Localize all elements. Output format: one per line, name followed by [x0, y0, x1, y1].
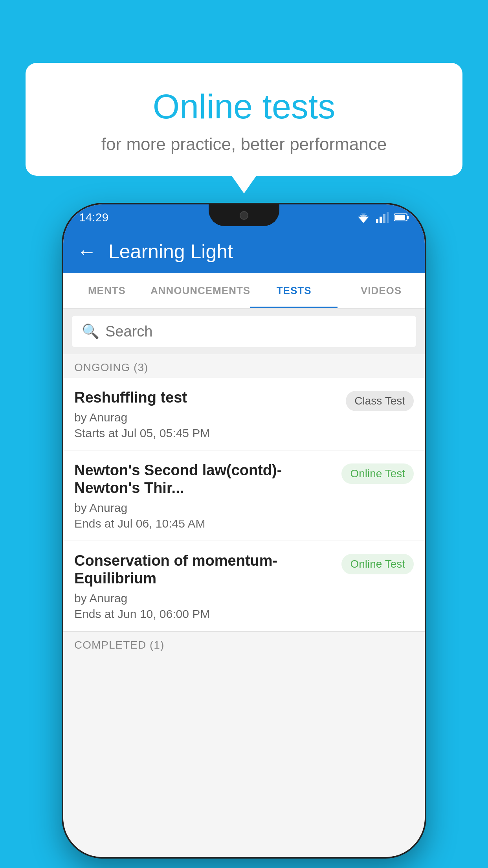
completed-section-header: COMPLETED (1) — [63, 631, 425, 655]
test-author-3: by Anurag — [74, 592, 334, 605]
battery-icon — [394, 213, 409, 222]
tab-bar: MENTS ANNOUNCEMENTS TESTS VIDEOS — [63, 273, 425, 309]
test-date-3: Ends at Jun 10, 06:00 PM — [74, 607, 334, 621]
phone-notch — [209, 204, 279, 226]
tab-assignments[interactable]: MENTS — [63, 273, 150, 308]
svg-rect-8 — [407, 216, 409, 219]
tab-tests[interactable]: TESTS — [250, 273, 338, 308]
test-item-3[interactable]: Conservation of momentum-Equilibrium by … — [63, 541, 425, 631]
test-badge-3: Online Test — [341, 554, 414, 574]
svg-rect-6 — [387, 212, 389, 223]
signal-icon — [376, 212, 389, 223]
phone-inner: 14:29 — [63, 204, 425, 857]
test-info-2: Newton's Second law(contd)-Newton's Thir… — [74, 462, 334, 530]
test-date-1: Starts at Jul 05, 05:45 PM — [74, 427, 338, 440]
back-button[interactable]: ← — [77, 240, 97, 263]
test-info-3: Conservation of momentum-Equilibrium by … — [74, 552, 334, 621]
search-bar[interactable]: 🔍 — [72, 316, 416, 347]
test-item-1[interactable]: Reshuffling test by Anurag Starts at Jul… — [63, 378, 425, 451]
test-list: Reshuffling test by Anurag Starts at Jul… — [63, 378, 425, 631]
search-input[interactable] — [105, 323, 406, 340]
wifi-icon — [356, 212, 371, 223]
app-bar-title: Learning Light — [108, 240, 233, 263]
phone-frame: 14:29 — [63, 204, 425, 857]
test-badge-1: Class Test — [346, 391, 414, 411]
status-icons — [356, 212, 409, 223]
test-name-2: Newton's Second law(contd)-Newton's Thir… — [74, 462, 334, 497]
test-author-1: by Anurag — [74, 411, 338, 424]
speech-bubble-title: Online tests — [45, 86, 443, 127]
test-info-1: Reshuffling test by Anurag Starts at Jul… — [74, 389, 338, 440]
test-badge-2: Online Test — [341, 463, 414, 484]
test-date-2: Ends at Jul 06, 10:45 AM — [74, 517, 334, 530]
status-time: 14:29 — [79, 211, 108, 224]
test-item-2[interactable]: Newton's Second law(contd)-Newton's Thir… — [63, 451, 425, 541]
phone-screen: 14:29 — [63, 204, 425, 857]
tab-announcements[interactable]: ANNOUNCEMENTS — [150, 273, 250, 308]
test-name-3: Conservation of momentum-Equilibrium — [74, 552, 334, 588]
camera-icon — [240, 211, 248, 220]
tab-videos[interactable]: VIDEOS — [338, 273, 425, 308]
test-name-1: Reshuffling test — [74, 389, 338, 407]
ongoing-section-header: ONGOING (3) — [63, 354, 425, 378]
svg-rect-9 — [395, 215, 405, 220]
svg-rect-4 — [380, 217, 382, 223]
search-container: 🔍 — [63, 309, 425, 354]
speech-bubble: Online tests for more practice, better p… — [26, 63, 462, 176]
search-icon: 🔍 — [82, 323, 99, 340]
app-bar: ← Learning Light — [63, 230, 425, 273]
svg-rect-5 — [383, 214, 385, 223]
speech-bubble-subtitle: for more practice, better performance — [45, 134, 443, 154]
content-area: 🔍 ONGOING (3) Reshuffling test by Anurag — [63, 309, 425, 857]
svg-rect-3 — [376, 219, 378, 223]
phone-container: 14:29 — [63, 204, 425, 857]
test-author-2: by Anurag — [74, 501, 334, 515]
